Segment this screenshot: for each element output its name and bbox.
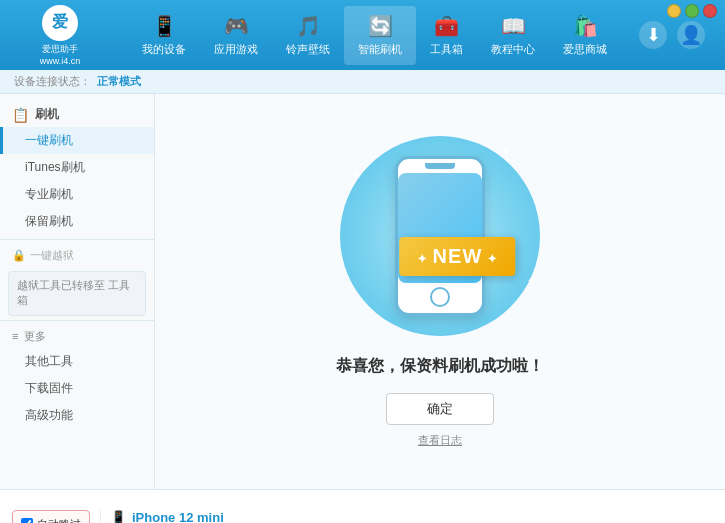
advanced-label: 高级功能 <box>25 408 73 422</box>
maximize-button[interactable] <box>685 4 699 18</box>
sidebar-item-other-tools[interactable]: 其他工具 <box>0 348 154 375</box>
jailbreak-section-title: 一键越狱 <box>30 248 74 263</box>
sidebar-item-itunes-flash[interactable]: iTunes刷机 <box>0 154 154 181</box>
nav-item-tutorial[interactable]: 📖 教程中心 <box>477 6 549 65</box>
sidebar-item-download-firmware[interactable]: 下载固件 <box>0 375 154 402</box>
nav-items: 📱 我的设备 🎮 应用游戏 🎵 铃声壁纸 🔄 智能刷机 🧰 工具箱 📖 教程中心… <box>110 6 639 65</box>
nav-item-smart-flash[interactable]: 🔄 智能刷机 <box>344 6 416 65</box>
apps-games-icon: 🎮 <box>224 14 249 38</box>
window-controls <box>667 4 717 18</box>
nav-item-my-device[interactable]: 📱 我的设备 <box>128 6 200 65</box>
sidebar-item-save-flash[interactable]: 保留刷机 <box>0 208 154 235</box>
tutorial-icon: 📖 <box>501 14 526 38</box>
bottom-bar: 自动略过 跳过向导 📱 iPhone 12 mini 64GB Down-12m… <box>0 489 725 523</box>
nav-item-apps-games[interactable]: 🎮 应用游戏 <box>200 6 272 65</box>
status-bar: 设备连接状态： 正常模式 <box>0 70 725 94</box>
flash-section-title: 刷机 <box>35 106 59 123</box>
app-subtitle: www.i4.cn <box>40 56 81 66</box>
nav-label-istore: 爱思商城 <box>563 42 607 57</box>
content-area: ✦ ✦ ✦ NEW 恭喜您，保资料刷机成功啦！ 确定 查看日志 <box>155 94 725 489</box>
success-text: 恭喜您，保资料刷机成功啦！ <box>336 356 544 377</box>
auto-skip-checkbox[interactable] <box>21 518 33 523</box>
logo-area: 爱 爱思助手 www.i4.cn <box>10 5 110 66</box>
nav-label-apps-games: 应用游戏 <box>214 42 258 57</box>
header: 爱 爱思助手 www.i4.cn 📱 我的设备 🎮 应用游戏 🎵 铃声壁纸 🔄 … <box>0 0 725 70</box>
nav-label-toolbox: 工具箱 <box>430 42 463 57</box>
toolbox-icon: 🧰 <box>434 14 459 38</box>
nav-label-smart-flash: 智能刷机 <box>358 42 402 57</box>
download-button[interactable]: ⬇ <box>639 21 667 49</box>
sidebar-section-flash: 📋 刷机 <box>0 102 154 127</box>
logo-circle: 爱 <box>42 5 78 41</box>
app-title: 爱思助手 <box>42 43 78 56</box>
device-name: iPhone 12 mini <box>132 510 224 524</box>
download-firmware-label: 下载固件 <box>25 381 73 395</box>
auto-skip-label: 自动略过 <box>37 517 81 524</box>
sidebar-item-one-key-flash[interactable]: 一键刷机 <box>0 127 154 154</box>
checkbox-auto-skip[interactable]: 自动略过 <box>21 517 81 524</box>
device-icon: 📱 <box>111 510 126 523</box>
close-button[interactable] <box>703 4 717 18</box>
status-value: 正常模式 <box>97 74 141 89</box>
secondary-link[interactable]: 查看日志 <box>418 433 462 448</box>
phone-illustration: ✦ ✦ ✦ NEW <box>320 136 560 336</box>
ringtones-icon: 🎵 <box>296 14 321 38</box>
sparkle-icon-1: ✦ <box>350 166 362 182</box>
confirm-button[interactable]: 确定 <box>386 393 494 425</box>
my-device-icon: 📱 <box>152 14 177 38</box>
phone-home-button <box>430 287 450 307</box>
istore-icon: 🛍️ <box>573 14 598 38</box>
sidebar-divider-2 <box>0 320 154 321</box>
phone-notch <box>425 163 455 169</box>
other-tools-label: 其他工具 <box>25 354 73 368</box>
more-section-title: 更多 <box>24 329 46 344</box>
warning-text: 越狱工具已转移至 工具箱 <box>17 279 130 306</box>
itunes-flash-label: iTunes刷机 <box>25 160 85 174</box>
phone-shape <box>395 156 485 316</box>
sidebar-jailbreak-locked: 🔒 一键越狱 <box>0 244 154 267</box>
user-button[interactable]: 👤 <box>677 21 705 49</box>
nav-label-ringtones: 铃声壁纸 <box>286 42 330 57</box>
smart-flash-icon: 🔄 <box>368 14 393 38</box>
sparkle-icon-2: ✦ <box>502 146 510 157</box>
logo-icon: 爱 <box>52 12 68 33</box>
more-icon: ≡ <box>12 330 18 342</box>
nav-label-tutorial: 教程中心 <box>491 42 535 57</box>
sidebar-item-pro-flash[interactable]: 专业刷机 <box>0 181 154 208</box>
main-layout: 📋 刷机 一键刷机 iTunes刷机 专业刷机 保留刷机 🔒 一键越狱 越狱工具… <box>0 94 725 489</box>
minimize-button[interactable] <box>667 4 681 18</box>
sidebar-item-advanced[interactable]: 高级功能 <box>0 402 154 429</box>
sidebar: 📋 刷机 一键刷机 iTunes刷机 专业刷机 保留刷机 🔒 一键越狱 越狱工具… <box>0 94 155 489</box>
save-flash-label: 保留刷机 <box>25 214 73 228</box>
nav-item-ringtones[interactable]: 🎵 铃声壁纸 <box>272 6 344 65</box>
nav-item-istore[interactable]: 🛍️ 爱思商城 <box>549 6 621 65</box>
sparkle-icon-3: ✦ <box>527 275 535 286</box>
sidebar-warning-box: 越狱工具已转移至 工具箱 <box>8 271 146 316</box>
new-ribbon: NEW <box>399 237 515 276</box>
nav-item-toolbox[interactable]: 🧰 工具箱 <box>416 6 477 65</box>
status-label: 设备连接状态： <box>14 74 91 89</box>
header-right: ⬇ 👤 <box>639 21 715 49</box>
one-key-flash-label: 一键刷机 <box>25 133 73 147</box>
nav-label-my-device: 我的设备 <box>142 42 186 57</box>
sidebar-divider-1 <box>0 239 154 240</box>
sidebar-section-more: ≡ 更多 <box>0 325 154 348</box>
pro-flash-label: 专业刷机 <box>25 187 73 201</box>
flash-section-icon: 📋 <box>12 107 29 123</box>
lock-icon: 🔒 <box>12 249 26 262</box>
checkbox-group: 自动略过 跳过向导 <box>12 510 90 524</box>
device-info: 📱 iPhone 12 mini 64GB Down-12mini-13,1 <box>100 510 713 524</box>
